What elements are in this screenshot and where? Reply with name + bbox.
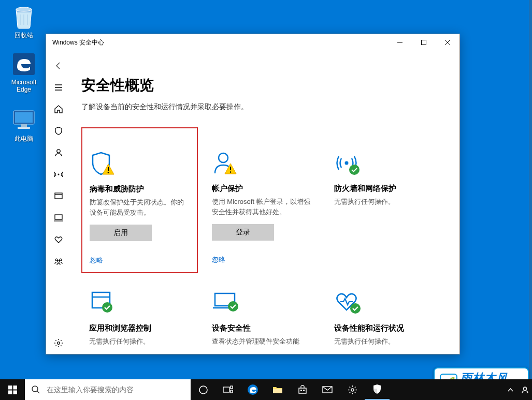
svg-rect-17 [55, 215, 62, 219]
hamburger-menu-button[interactable] [46, 77, 71, 98]
svg-rect-7 [422, 40, 426, 45]
page-subheading: 了解设备当前的安全性和运行情况并采取必要操作。 [81, 102, 443, 112]
taskbar-edge[interactable] [240, 379, 265, 400]
svg-rect-15 [55, 193, 62, 199]
card-description: 无需执行任何操作。 [334, 336, 435, 347]
card-app-browser[interactable]: 应用和浏览器控制 无需执行任何操作。 [81, 279, 198, 354]
desktop-icon-recycle-bin[interactable]: 回收站 [4, 4, 44, 40]
card-description: 使用 Microsoft 帐户登录，以增强安全性并获得其他好处。 [212, 197, 313, 217]
tray-people[interactable] [519, 379, 531, 400]
sidebar-account[interactable] [46, 142, 71, 164]
desktop-icon-edge[interactable]: Microsoft Edge [4, 52, 44, 93]
desktop-icon-label: 此电脑 [4, 135, 44, 143]
card-title: 帐户保护 [212, 184, 313, 194]
enable-button[interactable]: 启用 [90, 225, 152, 241]
sidebar-home[interactable] [46, 98, 71, 120]
taskbar-explorer[interactable] [265, 379, 290, 400]
svg-point-14 [58, 174, 60, 175]
svg-point-35 [228, 301, 238, 312]
recycle-bin-icon [11, 4, 36, 29]
svg-rect-40 [13, 390, 17, 394]
svg-point-43 [199, 386, 207, 394]
minimize-button[interactable] [388, 34, 412, 51]
svg-rect-44 [223, 387, 229, 392]
card-description: 无需执行任何操作。 [334, 197, 435, 207]
svg-point-53 [523, 387, 526, 390]
taskbar-store[interactable] [290, 379, 315, 400]
search-input[interactable] [47, 386, 184, 394]
taskbar [0, 379, 532, 400]
system-tray [504, 379, 532, 400]
window-titlebar[interactable]: Windows 安全中心 [46, 34, 459, 51]
svg-point-21 [57, 260, 60, 262]
security-center-window: Windows 安全中心 安全性概览 了解设备当前的安全性和运行情况并采取必要操… [46, 34, 460, 354]
svg-point-0 [16, 7, 32, 11]
signin-button[interactable]: 登录 [212, 224, 274, 241]
card-device-health[interactable]: 设备性能和运行状况 无需执行任何操作。 [326, 279, 443, 354]
account-warning-icon [212, 151, 313, 175]
svg-point-41 [32, 386, 38, 392]
sidebar-settings[interactable] [46, 332, 71, 354]
svg-point-19 [55, 259, 57, 261]
taskbar-task-view[interactable] [215, 379, 240, 400]
svg-point-29 [349, 165, 360, 175]
taskbar-security-center[interactable] [365, 379, 390, 400]
card-description: 查看状态并管理硬件安全功能 [212, 336, 313, 347]
sidebar-device-health[interactable] [46, 229, 71, 250]
card-title: 设备安全性 [212, 323, 313, 333]
dismiss-link[interactable]: 忽略 [212, 255, 225, 264]
card-description: 无需执行任何操作。 [89, 336, 190, 347]
sidebar-app-browser[interactable] [46, 185, 71, 207]
svg-rect-3 [15, 112, 33, 123]
maximize-button[interactable] [412, 34, 436, 51]
app-browser-ok-icon [89, 290, 190, 315]
svg-rect-46 [231, 390, 233, 393]
start-button[interactable] [0, 379, 25, 400]
svg-point-24 [108, 172, 109, 173]
window-controls [388, 34, 459, 51]
svg-point-13 [57, 150, 60, 153]
close-button[interactable] [436, 34, 459, 51]
cards-grid: 病毒和威胁防护 防篡改保护处于关闭状态。你的设备可能易受攻击。 启用 忽略 帐户… [81, 127, 443, 354]
svg-rect-49 [300, 390, 302, 391]
svg-point-32 [102, 302, 112, 313]
card-virus-protection[interactable]: 病毒和威胁防护 防篡改保护处于关闭状态。你的设备可能易受攻击。 启用 忽略 [81, 127, 198, 273]
desktop-icon-label: 回收站 [4, 31, 44, 40]
card-title: 防火墙和网络保护 [334, 184, 435, 194]
card-title: 设备性能和运行状况 [334, 323, 435, 333]
taskbar-search[interactable] [25, 379, 191, 400]
main-content: 安全性概览 了解设备当前的安全性和运行情况并采取必要操作。 病毒和威胁防护 防篡… [71, 51, 459, 354]
dismiss-link[interactable]: 忽略 [90, 256, 103, 265]
page-heading: 安全性概览 [81, 76, 443, 95]
svg-line-42 [37, 391, 39, 393]
card-description: 防篡改保护处于关闭状态。你的设备可能易受攻击。 [90, 197, 190, 217]
search-icon [31, 385, 40, 394]
window-title: Windows 安全中心 [52, 38, 388, 47]
svg-point-36 [350, 303, 361, 314]
device-security-ok-icon [212, 290, 313, 315]
desktop-icon-label: Microsoft Edge [4, 79, 44, 93]
sidebar-firewall[interactable] [46, 164, 71, 185]
svg-rect-50 [303, 390, 305, 391]
svg-rect-38 [13, 386, 17, 390]
sidebar-family[interactable] [46, 250, 71, 272]
taskbar-cortana[interactable] [191, 379, 215, 400]
card-firewall[interactable]: 防火墙和网络保护 无需执行任何操作。 [326, 127, 443, 273]
svg-rect-48 [273, 389, 282, 393]
sidebar-device-security[interactable] [46, 207, 71, 229]
desktop-icon-this-pc[interactable]: 此电脑 [4, 108, 44, 143]
taskbar-settings[interactable] [340, 379, 365, 400]
tray-overflow[interactable] [504, 379, 516, 400]
svg-point-27 [229, 171, 231, 173]
taskbar-mail[interactable] [315, 379, 340, 400]
health-ok-icon [334, 290, 435, 315]
this-pc-icon [11, 108, 36, 132]
back-button[interactable] [46, 55, 71, 77]
card-account-protection[interactable]: 帐户保护 使用 Microsoft 帐户登录，以增强安全性并获得其他好处。 登录… [204, 127, 321, 273]
sidebar-virus[interactable] [46, 120, 71, 142]
svg-point-52 [351, 388, 353, 391]
svg-rect-37 [8, 386, 12, 390]
firewall-ok-icon [334, 151, 435, 175]
svg-rect-45 [231, 386, 233, 389]
card-device-security[interactable]: 设备安全性 查看状态并管理硬件安全功能 [204, 279, 321, 354]
